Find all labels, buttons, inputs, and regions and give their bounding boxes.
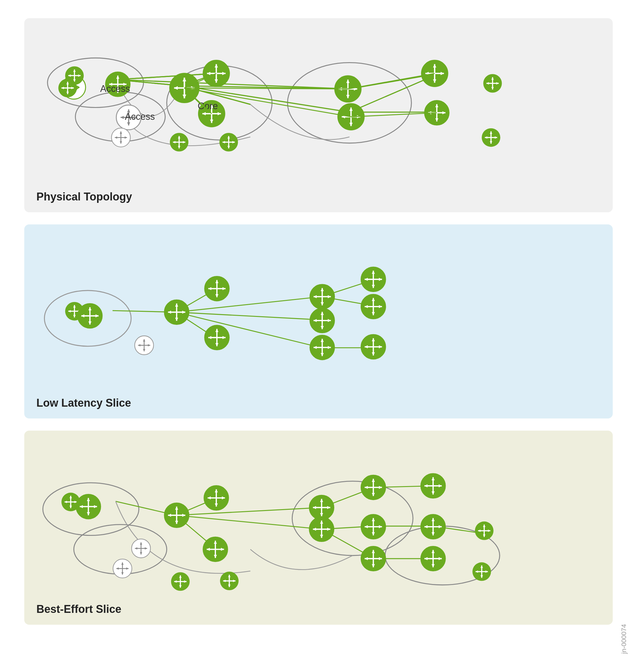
svg-line-78 [176,508,322,516]
main-container: ⊕ [0,0,637,643]
svg-line-65 [176,297,322,312]
svg-point-3 [288,62,411,143]
svg-line-67 [176,312,322,348]
low-latency-panel: Low Latency Slice [24,224,613,418]
physical-topology-panel: ⊕ [24,18,613,212]
svg-text:Core: Core [198,101,218,111]
low-latency-label: Low Latency Slice [36,397,131,409]
svg-text:Access: Access [100,83,130,94]
physical-topology-label: Physical Topology [36,190,132,203]
svg-line-8 [115,80,349,89]
svg-line-66 [176,312,322,320]
best-effort-label: Best-Effort Slice [36,603,121,616]
watermark: jn-000074 [620,624,628,654]
svg-line-79 [176,515,322,529]
svg-text:Access: Access [125,111,155,122]
svg-point-73 [292,481,413,556]
best-effort-panel: Best-Effort Slice [24,431,613,625]
